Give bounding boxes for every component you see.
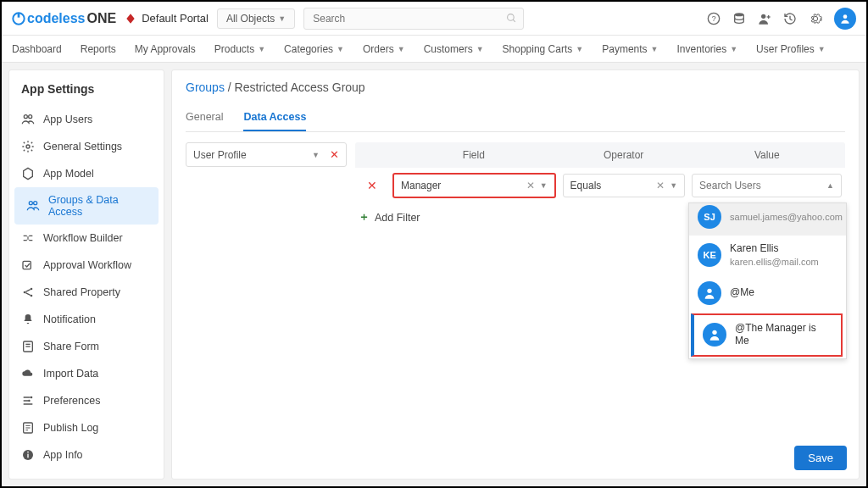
- sidebar-item-groups-data-access[interactable]: Groups & Data Access: [14, 187, 159, 225]
- sidebar-item-label: General Settings: [43, 141, 122, 152]
- sidebar-item-shared-property[interactable]: Shared Property: [9, 279, 164, 306]
- nav-my-approvals[interactable]: My Approvals: [135, 43, 196, 55]
- user-option[interactable]: KEKaren Elliskaren.ellis@mail.com: [689, 236, 846, 274]
- search-icon: [506, 12, 517, 27]
- user-email: samuel.james@yahoo.com: [730, 211, 843, 223]
- nav-reports[interactable]: Reports: [81, 43, 116, 55]
- sidebar-item-label: Import Data: [43, 368, 98, 380]
- svg-point-31: [712, 330, 716, 335]
- sidebar-item-notification[interactable]: Notification: [9, 306, 164, 333]
- remove-filter-button[interactable]: ✕: [355, 179, 389, 192]
- user-option[interactable]: SJsamuel.james@yahoo.com: [689, 202, 846, 236]
- portal-icon: [125, 13, 136, 25]
- sidebar-item-label: Shared Property: [43, 286, 120, 298]
- user-option[interactable]: @The Manager is Me: [691, 313, 843, 357]
- flow-icon: [21, 231, 35, 245]
- svg-rect-14: [23, 261, 31, 269]
- bell-icon: [21, 313, 35, 326]
- user-name: Karen Ellis: [730, 242, 819, 256]
- nav-dashboard[interactable]: Dashboard: [12, 43, 62, 55]
- operator-select[interactable]: Equals ✕▼: [563, 174, 685, 197]
- clear-operator-icon[interactable]: ✕: [656, 180, 665, 191]
- objects-dropdown[interactable]: All Objects▼: [217, 8, 295, 29]
- svg-text:?: ?: [711, 14, 715, 23]
- sidebar-item-label: Share Form: [43, 341, 99, 352]
- share-icon: [21, 286, 35, 299]
- user-add-icon[interactable]: [758, 12, 771, 25]
- help-icon[interactable]: ?: [707, 12, 721, 25]
- svg-point-30: [707, 289, 711, 293]
- breadcrumb-root[interactable]: Groups: [186, 80, 225, 94]
- user-initials: KE: [698, 243, 721, 267]
- sidebar-item-workflow-builder[interactable]: Workflow Builder: [9, 225, 164, 252]
- user-option[interactable]: @Me: [689, 274, 846, 312]
- column-header-field: Field: [389, 142, 559, 168]
- svg-point-29: [27, 452, 29, 453]
- nav-categories[interactable]: Categories▼: [284, 43, 344, 55]
- column-header-operator: Operator: [559, 142, 689, 168]
- nav-orders[interactable]: Orders▼: [363, 43, 405, 55]
- sidebar-item-app-info[interactable]: App Info: [9, 441, 164, 469]
- person-icon: [703, 323, 726, 347]
- sidebar-item-label: App Users: [43, 114, 92, 125]
- svg-point-13: [26, 145, 30, 148]
- sidebar-item-label: Preferences: [43, 395, 100, 407]
- database-icon[interactable]: [732, 12, 746, 25]
- nav-products[interactable]: Products▼: [214, 43, 265, 55]
- form-icon: [21, 340, 35, 353]
- users-icon: [21, 113, 35, 126]
- nav-user-profiles[interactable]: User Profiles▼: [756, 43, 826, 55]
- global-search-input[interactable]: [303, 8, 524, 30]
- column-header-value: Value: [689, 142, 845, 168]
- sidebar-item-general-settings[interactable]: General Settings: [9, 133, 164, 160]
- value-select[interactable]: ▲: [692, 174, 842, 197]
- svg-point-22: [28, 400, 31, 402]
- tab-data-access[interactable]: Data Access: [243, 104, 306, 131]
- user-dropdown-panel: SJsamuel.james@yahoo.comKEKaren Elliskar…: [688, 202, 847, 359]
- user-initials: SJ: [698, 205, 721, 229]
- info-icon: [21, 448, 35, 462]
- field-select[interactable]: Manager ✕▼: [392, 173, 556, 198]
- sidebar-item-label: App Info: [43, 449, 83, 461]
- sidebar-item-label: Publish Log: [43, 422, 98, 434]
- sidebar-item-preferences[interactable]: Preferences: [9, 387, 164, 414]
- object-select[interactable]: User Profile ▼✕: [186, 142, 347, 167]
- log-icon: [21, 421, 35, 435]
- breadcrumb-current: Restricted Access Group: [235, 80, 365, 94]
- nav-inventories[interactable]: Inventories▼: [676, 43, 737, 55]
- save-button[interactable]: Save: [794, 446, 847, 470]
- hex-icon: [21, 167, 35, 180]
- svg-line-11: [790, 19, 793, 19]
- portal-selector[interactable]: Default Portal: [125, 12, 209, 25]
- nav-shopping-carts[interactable]: Shopping Carts▼: [503, 43, 584, 55]
- nav-payments[interactable]: Payments▼: [602, 43, 658, 55]
- plus-icon: ＋: [359, 210, 370, 225]
- sidebar-item-label: Notification: [43, 313, 96, 325]
- tab-general[interactable]: General: [186, 104, 223, 131]
- history-icon[interactable]: [783, 12, 797, 25]
- svg-point-12: [843, 14, 848, 19]
- sidebar-item-share-form[interactable]: Share Form: [9, 333, 164, 360]
- chevron-up-icon: ▲: [826, 181, 834, 190]
- user-email: karen.ellis@mail.com: [730, 256, 819, 268]
- user-avatar[interactable]: [834, 8, 856, 30]
- sidebar-item-app-users[interactable]: App Users: [9, 106, 164, 133]
- nav-customers[interactable]: Customers▼: [424, 43, 484, 55]
- svg-point-15: [24, 291, 26, 294]
- settings-icon[interactable]: [809, 12, 822, 25]
- sidebar-title: App Settings: [9, 77, 164, 106]
- sidebar-item-approval-workflow[interactable]: Approval Workflow: [9, 252, 164, 279]
- svg-rect-1: [18, 13, 20, 17]
- svg-point-6: [735, 13, 744, 16]
- sidebar-item-app-model[interactable]: App Model: [9, 160, 164, 187]
- value-search-input[interactable]: [699, 180, 826, 191]
- sidebar-item-publish-log[interactable]: Publish Log: [9, 414, 164, 441]
- sidebar-item-label: App Model: [43, 168, 94, 180]
- sidebar-item-label: Workflow Builder: [43, 232, 123, 244]
- app-logo: codelessONE: [12, 11, 116, 26]
- clear-field-icon[interactable]: ✕: [526, 180, 535, 191]
- sidebar-item-import-data[interactable]: Import Data: [9, 360, 164, 387]
- user-name: @Me: [730, 286, 754, 300]
- approve-icon: [21, 258, 35, 272]
- clear-object-icon[interactable]: ✕: [330, 148, 339, 161]
